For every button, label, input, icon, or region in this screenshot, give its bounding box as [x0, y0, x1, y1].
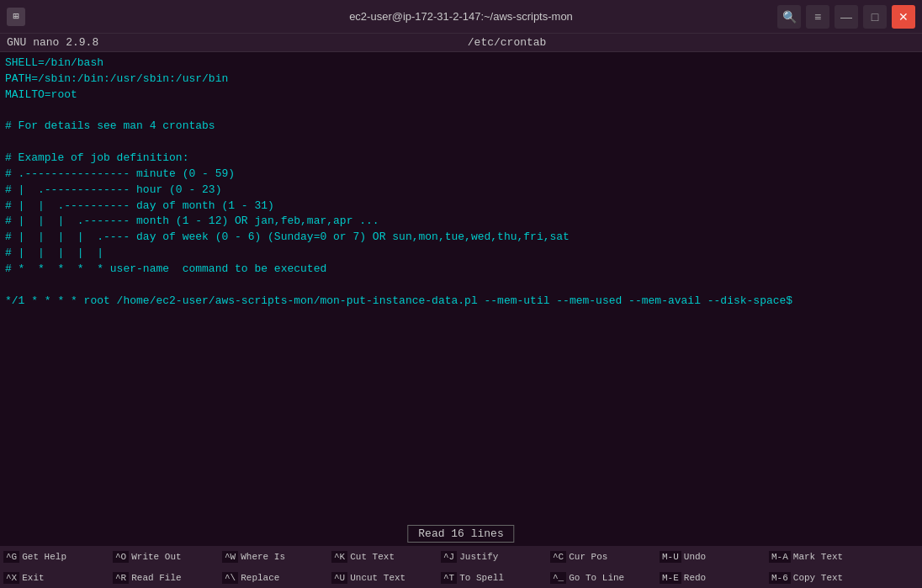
shortcut-row-1: ^GGet Help^OWrite Out^WWhere Is^KCut Tex… — [0, 546, 922, 567]
shortcut-key-4: ^J — [441, 551, 457, 563]
shortcut-label-5: Cur Pos — [569, 552, 607, 562]
code-line-9: # | | .---------- day of month (1 - 31) — [5, 199, 917, 215]
code-line-6: # Example of job definition: — [5, 151, 917, 167]
code-line-10: # | | | .------- month (1 - 12) OR jan,f… — [5, 214, 917, 230]
shortcut-label-5: Go To Line — [569, 573, 624, 583]
code-line-2: MAILTO=root — [5, 87, 917, 103]
editor-area[interactable]: SHELL=/bin/bashPATH=/sbin:/bin:/usr/sbin… — [0, 52, 922, 546]
shortcut-item-shortcut-row-1-6[interactable]: M-UUndo — [656, 551, 766, 563]
shortcut-label-3: Cut Text — [350, 552, 395, 562]
nano-version: GNU nano 2.9.8 — [7, 36, 98, 49]
code-line-13: # * * * * * user-name command to be exec… — [5, 262, 917, 278]
shortcut-item-shortcut-row-1-0[interactable]: ^GGet Help — [0, 551, 109, 563]
shortcut-key-1: ^O — [113, 551, 129, 563]
search-button[interactable]: 🔍 — [777, 5, 801, 29]
shortcut-item-shortcut-row-1-4[interactable]: ^JJustify — [437, 551, 547, 563]
shortcut-label-1: Write Out — [131, 552, 181, 562]
titlebar-left: ⊞ — [7, 8, 25, 26]
shortcut-key-5: ^C — [550, 551, 566, 563]
shortcut-item-shortcut-row-2-2[interactable]: ^\Replace — [219, 572, 328, 584]
nano-filename: /etc/crontab — [468, 36, 547, 49]
shortcut-label-1: Read File — [131, 573, 181, 583]
shortcut-key-2: ^W — [222, 551, 238, 563]
shortcut-key-7: M-A — [769, 551, 791, 563]
shortcut-label-7: Mark Text — [793, 552, 843, 562]
shortcut-label-0: Exit — [22, 573, 44, 583]
shortcut-key-3: ^U — [331, 572, 347, 584]
maximize-button[interactable]: □ — [863, 5, 887, 29]
shortcut-label-3: Uncut Text — [350, 573, 405, 583]
code-line-0: SHELL=/bin/bash — [5, 56, 917, 72]
editor-lines: SHELL=/bin/bashPATH=/sbin:/bin:/usr/sbin… — [5, 56, 917, 310]
code-line-1: PATH=/sbin:/bin:/usr/sbin:/usr/bin — [5, 72, 917, 87]
shortcut-key-0: ^G — [3, 551, 19, 563]
titlebar-title: ec2-user@ip-172-31-2-147:~/aws-scripts-m… — [349, 10, 573, 23]
shortcut-item-shortcut-row-2-5[interactable]: ^_Go To Line — [547, 572, 656, 584]
shortcut-item-shortcut-row-1-3[interactable]: ^KCut Text — [328, 551, 437, 563]
shortcut-label-6: Undo — [684, 552, 706, 562]
shortcut-item-shortcut-row-2-6[interactable]: M-ERedo — [656, 572, 766, 584]
code-line-11: # | | | | .---- day of week (0 - 6) (Sun… — [5, 230, 917, 246]
shortcut-label-6: Redo — [684, 573, 706, 583]
nano-status-bar: GNU nano 2.9.8 /etc/crontab — [0, 34, 922, 52]
close-button[interactable]: ✕ — [892, 5, 915, 29]
titlebar: ⊞ ec2-user@ip-172-31-2-147:~/aws-scripts… — [0, 0, 922, 34]
shortcut-item-shortcut-row-1-2[interactable]: ^WWhere Is — [219, 551, 328, 563]
code-line-15: */1 * * * * root /home/ec2-user/aws-scri… — [5, 294, 917, 310]
shortcut-item-shortcut-row-1-5[interactable]: ^CCur Pos — [547, 551, 656, 563]
minimize-button[interactable]: — — [835, 5, 858, 29]
shortcut-label-4: Justify — [459, 552, 498, 562]
read-status: Read 16 lines — [407, 525, 514, 543]
shortcut-label-2: Where Is — [241, 552, 285, 562]
shortcut-key-0: ^X — [3, 572, 19, 584]
code-line-7: # .---------------- minute (0 - 59) — [5, 167, 917, 183]
shortcut-key-4: ^T — [441, 572, 457, 584]
shortcut-item-shortcut-row-1-7[interactable]: M-AMark Text — [766, 551, 875, 563]
shortcut-label-2: Replace — [241, 573, 279, 583]
shortcut-item-shortcut-row-2-1[interactable]: ^RRead File — [109, 572, 219, 584]
shortcut-key-3: ^K — [331, 551, 347, 563]
menu-button[interactable]: ≡ — [806, 5, 829, 29]
shortcut-item-shortcut-row-2-7[interactable]: M-6Copy Text — [766, 572, 875, 584]
code-line-5 — [5, 135, 917, 151]
shortcut-item-shortcut-row-2-3[interactable]: ^UUncut Text — [328, 572, 437, 584]
shortcut-key-1: ^R — [113, 572, 129, 584]
shortcut-label-0: Get Help — [22, 552, 66, 562]
shortcut-label-7: Copy Text — [793, 573, 843, 583]
shortcut-item-shortcut-row-1-1[interactable]: ^OWrite Out — [109, 551, 219, 563]
shortcut-bar: ^GGet Help^OWrite Out^WWhere Is^KCut Tex… — [0, 546, 922, 588]
shortcut-key-6: M-E — [660, 572, 681, 584]
code-line-4: # For details see man 4 crontabs — [5, 119, 917, 135]
shortcut-row-2: ^XExit^RRead File^\Replace^UUncut Text^T… — [0, 567, 922, 588]
code-line-12: # | | | | | — [5, 246, 917, 262]
shortcut-key-7: M-6 — [769, 572, 791, 584]
shortcut-key-2: ^\ — [222, 572, 238, 584]
code-line-14 — [5, 278, 917, 294]
shortcut-key-5: ^_ — [550, 572, 566, 584]
code-line-8: # | .------------- hour (0 - 23) — [5, 183, 917, 199]
shortcut-label-4: To Spell — [459, 573, 504, 583]
code-line-3 — [5, 103, 917, 119]
titlebar-controls: 🔍 ≡ — □ ✕ — [777, 5, 915, 29]
shortcut-item-shortcut-row-2-0[interactable]: ^XExit — [0, 572, 109, 584]
app-icon: ⊞ — [7, 8, 25, 26]
shortcut-key-6: M-U — [660, 551, 681, 563]
shortcut-item-shortcut-row-2-4[interactable]: ^TTo Spell — [437, 572, 547, 584]
